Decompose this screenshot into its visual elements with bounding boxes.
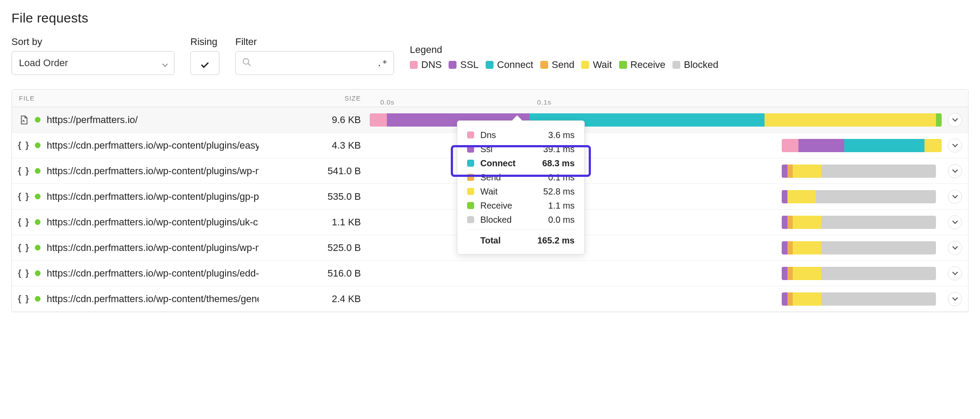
expand-button[interactable] — [948, 241, 962, 255]
waterfall-bar[interactable] — [782, 190, 936, 203]
cell-file: { }https://cdn.perfmatters.io/wp-content… — [12, 165, 259, 177]
expand-button[interactable] — [948, 138, 962, 153]
svg-point-0 — [243, 58, 249, 64]
expand-button[interactable] — [948, 190, 962, 204]
legend-group: Legend DNSSSLConnectSendWaitReceiveBlock… — [410, 44, 722, 75]
waterfall-bar[interactable] — [782, 139, 942, 152]
cell-timeline — [370, 261, 968, 286]
table-row[interactable]: { }https://cdn.perfmatters.io/wp-content… — [12, 286, 968, 312]
chevron-down-icon — [952, 193, 958, 198]
file-url: https://cdn.perfmatters.io/wp-content/pl… — [47, 268, 259, 279]
code-icon: { } — [19, 269, 29, 278]
chevron-down-icon — [952, 244, 958, 250]
legend-swatch — [672, 61, 680, 69]
tooltip-value: 1.1 ms — [548, 201, 575, 211]
expand-button[interactable] — [948, 292, 962, 306]
file-url: https://cdn.perfmatters.io/wp-content/pl… — [47, 140, 259, 151]
file-url: https://cdn.perfmatters.io/wp-content/pl… — [47, 191, 259, 202]
legend-label: Wait — [593, 59, 612, 71]
table-header: FILE SIZE 0.0s 0.1s — [12, 90, 968, 107]
cell-size: 4.3 KB — [259, 140, 370, 151]
page-title: File requests — [11, 11, 969, 26]
legend-swatch — [486, 61, 494, 69]
code-icon: { } — [19, 141, 29, 150]
cell-size: 541.0 B — [259, 165, 370, 177]
expand-button[interactable] — [948, 164, 962, 178]
bar-segment-ssl — [782, 267, 787, 280]
cell-size: 2.4 KB — [259, 293, 370, 305]
waterfall-bar[interactable] — [782, 216, 936, 229]
legend-label: Send — [552, 59, 574, 71]
check-icon — [201, 58, 208, 68]
tooltip-value: 3.6 ms — [548, 130, 575, 140]
tooltip-value: 68.3 ms — [542, 158, 575, 168]
waterfall-bar[interactable] — [782, 267, 936, 280]
tooltip-swatch — [467, 160, 474, 167]
legend-label: SSL — [460, 59, 479, 71]
file-url: https://cdn.perfmatters.io/wp-content/pl… — [47, 165, 259, 177]
col-size[interactable]: SIZE — [259, 94, 370, 102]
file-url: https://cdn.perfmatters.io/wp-content/th… — [47, 293, 259, 305]
bar-segment-blocked — [816, 190, 936, 203]
code-icon: { } — [19, 243, 29, 253]
status-dot — [35, 168, 41, 174]
bar-segment-ssl — [782, 165, 787, 178]
bar-segment-wait — [765, 113, 936, 127]
filter-group: Filter .* — [235, 36, 394, 75]
bar-segment-blocked — [821, 267, 936, 280]
tooltip-label: Connect — [480, 158, 542, 168]
bar-segment-wait — [793, 267, 821, 280]
filter-label: Filter — [235, 36, 394, 48]
rising-toggle[interactable] — [190, 51, 219, 75]
document-icon — [19, 115, 29, 125]
waterfall-bar[interactable] — [782, 165, 936, 178]
sort-label: Sort by — [11, 36, 174, 48]
waterfall-bar[interactable] — [782, 292, 936, 306]
tooltip-swatch — [467, 216, 474, 223]
legend-item: SSL — [449, 59, 479, 71]
tooltip-swatch — [467, 131, 474, 138]
expand-button[interactable] — [948, 266, 962, 281]
status-dot — [35, 194, 41, 199]
tooltip-total-label: Total — [480, 236, 537, 246]
legend-label: Legend — [410, 44, 722, 56]
sort-select[interactable]: Load Order — [11, 51, 174, 75]
table-row[interactable]: { }https://cdn.perfmatters.io/wp-content… — [12, 261, 968, 286]
regex-hint: .* — [377, 58, 387, 68]
cell-file: { }https://cdn.perfmatters.io/wp-content… — [12, 217, 259, 228]
cell-size: 9.6 KB — [259, 114, 370, 126]
legend-label: Receive — [631, 59, 665, 71]
waterfall-bar[interactable] — [782, 241, 936, 254]
code-icon: { } — [19, 166, 29, 176]
expand-button[interactable] — [948, 215, 962, 229]
bar-segment-wait — [793, 292, 821, 306]
legend-swatch — [619, 61, 627, 69]
file-url: https://perfmatters.io/ — [47, 114, 138, 126]
file-url: https://cdn.perfmatters.io/wp-content/pl… — [47, 217, 259, 228]
cell-timeline — [370, 286, 968, 311]
waterfall-bar[interactable] — [370, 113, 942, 127]
legend-item: Send — [540, 59, 574, 71]
tooltip-value: 0.1 ms — [548, 172, 575, 183]
bar-segment-dns — [370, 113, 387, 127]
sort-group: Sort by Load Order — [11, 36, 174, 75]
legend-swatch — [410, 61, 418, 69]
status-dot — [35, 219, 41, 225]
bar-segment-wait — [793, 216, 821, 229]
bar-segment-connect — [844, 139, 924, 152]
search-icon — [242, 57, 252, 69]
bar-segment-send — [787, 165, 793, 178]
cell-size: 535.0 B — [259, 191, 370, 202]
tooltip-row: Connect68.3 ms — [467, 156, 575, 170]
legend-item: Blocked — [672, 59, 718, 71]
bar-segment-wait — [924, 139, 942, 152]
filter-input[interactable] — [243, 58, 386, 68]
requests-table: FILE SIZE 0.0s 0.1s https://perfmatters.… — [11, 89, 969, 312]
cell-file: { }https://cdn.perfmatters.io/wp-content… — [12, 268, 259, 279]
tooltip-swatch — [467, 174, 474, 181]
bar-segment-blocked — [821, 292, 936, 306]
bar-segment-send — [787, 267, 793, 280]
bar-segment-blocked — [821, 241, 936, 254]
col-file[interactable]: FILE — [12, 94, 259, 102]
expand-button[interactable] — [948, 113, 962, 127]
